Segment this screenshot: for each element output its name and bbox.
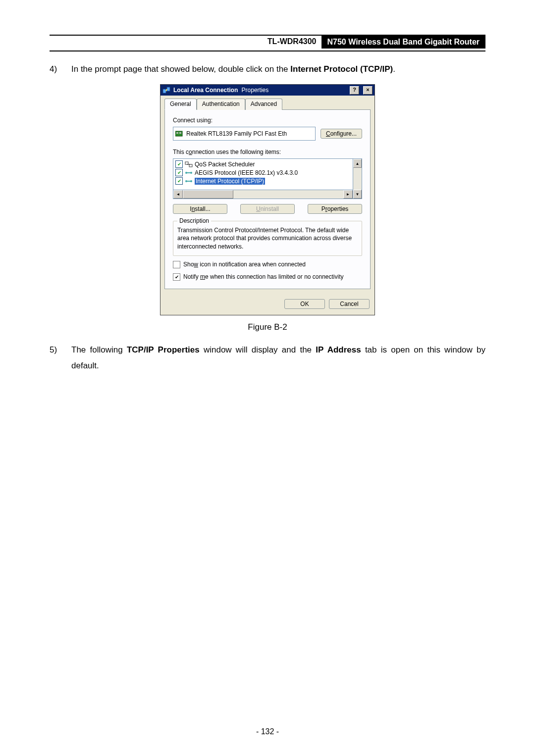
properties-button[interactable]: Properties	[308, 204, 362, 214]
nic-icon	[175, 130, 183, 137]
step-4-text: In the prompt page that showed below, do…	[71, 61, 485, 77]
svg-point-8	[190, 172, 192, 174]
step-5-bold-1: TCP/IP Properties	[127, 345, 200, 354]
step-5-text: The following TCP/IP Properties window w…	[71, 342, 485, 374]
connection-icon	[162, 86, 170, 94]
connect-using-label: Connect using:	[173, 117, 362, 124]
step-5-number: 5)	[50, 342, 71, 374]
titlebar-title: Local Area Connection Properties	[173, 87, 346, 94]
step-4-post: .	[393, 64, 395, 74]
figure-caption: Figure B-2	[50, 322, 485, 332]
scroll-right-icon[interactable]: ►	[343, 190, 353, 199]
step-5: 5) The following TCP/IP Properties windo…	[50, 342, 485, 374]
step-4-pre: In the prompt page that showed below, do…	[71, 64, 290, 74]
header-rule-bottom	[50, 50, 485, 51]
svg-rect-6	[189, 164, 192, 167]
svg-rect-3	[176, 132, 178, 134]
item-button-row: Install... Uninstall Properties	[173, 204, 362, 214]
help-button[interactable]: ?	[350, 86, 359, 95]
checkbox-show-icon[interactable]	[173, 261, 180, 268]
checkbox-qos[interactable]: ✔	[175, 160, 183, 168]
item-qos[interactable]: ✔ QoS Packet Scheduler	[174, 160, 352, 168]
show-icon-label: Show icon in notification area when conn…	[183, 261, 306, 268]
uses-items-label: This connection uses the following items…	[173, 149, 362, 155]
uninstall-button: Uninstall	[240, 204, 295, 214]
adapter-field[interactable]: Realtek RTL8139 Family PCI Fast Eth	[173, 127, 316, 141]
item-qos-label: QoS Packet Scheduler	[195, 161, 255, 168]
tab-advanced[interactable]: Advanced	[245, 99, 282, 110]
qos-icon	[185, 161, 193, 167]
v-scroll-track[interactable]	[353, 168, 362, 190]
item-aegis[interactable]: ✔ AEGIS Protocol (IEEE 802.1x) v3.4.3.0	[174, 168, 352, 177]
step-5-pre: The following	[71, 345, 127, 354]
h-scroll-track[interactable]	[183, 190, 343, 199]
scroll-left-icon[interactable]: ◄	[173, 190, 183, 199]
page-number: - 132 -	[0, 727, 535, 736]
svg-point-10	[190, 180, 192, 182]
item-aegis-label: AEGIS Protocol (IEEE 802.1x) v3.4.3.0	[195, 169, 298, 176]
header-bar: TL-WDR4300 N750 Wireless Dual Band Gigab…	[50, 36, 485, 49]
description-group: Description Transmission Control Protoco…	[173, 221, 362, 256]
items-area: ✔ QoS Packet Scheduler ✔	[173, 158, 362, 199]
header-model: TL-WDR4300	[263, 36, 321, 49]
ok-button[interactable]: OK	[284, 299, 325, 309]
dialog-wrap: Local Area Connection Properties ? × Gen…	[50, 84, 485, 315]
checkbox-notify[interactable]: ✔	[173, 273, 180, 281]
properties-dialog: Local Area Connection Properties ? × Gen…	[160, 84, 375, 315]
checkbox-aegis[interactable]: ✔	[175, 169, 183, 176]
titlebar[interactable]: Local Area Connection Properties ? ×	[160, 85, 374, 96]
cancel-button[interactable]: Cancel	[329, 299, 370, 309]
svg-rect-0	[163, 89, 166, 93]
step-4: 4) In the prompt page that showed below,…	[50, 61, 485, 77]
titlebar-title-2: Properties	[242, 87, 269, 94]
install-button[interactable]: Install...	[173, 204, 227, 214]
scroll-down-icon[interactable]: ▼	[353, 190, 362, 199]
configure-button[interactable]: Configure...	[321, 129, 362, 139]
protocol-icon	[185, 170, 193, 176]
description-text: Transmission Control Protocol/Internet P…	[177, 226, 358, 251]
item-tcpip[interactable]: ✔ Internet Protocol (TCP/IP)	[174, 177, 352, 185]
configure-label: onfigure...	[330, 130, 357, 137]
notify-label: Notify me when this connection has limit…	[183, 273, 344, 280]
svg-rect-5	[185, 162, 188, 164]
svg-rect-4	[179, 132, 181, 134]
svg-point-9	[185, 180, 187, 182]
show-icon-row[interactable]: Show icon in notification area when conn…	[173, 261, 362, 268]
checkbox-tcpip[interactable]: ✔	[175, 177, 183, 185]
tab-panel-general: Connect using: Realtek RTL8139 Family PC…	[164, 109, 371, 289]
dialog-inner: General Authentication Advanced Connect …	[160, 96, 374, 294]
step-4-bold: Internet Protocol (TCP/IP)	[290, 64, 393, 74]
dialog-footer: OK Cancel	[160, 294, 374, 315]
svg-rect-1	[167, 87, 170, 91]
step-5-bold-2: IP Address	[316, 345, 361, 354]
close-button[interactable]: ×	[363, 86, 373, 95]
adapter-name: Realtek RTL8139 Family PCI Fast Eth	[186, 130, 287, 137]
description-title: Description	[177, 217, 211, 224]
step-4-number: 4)	[50, 61, 71, 77]
tab-general[interactable]: General	[164, 99, 197, 110]
tab-authentication[interactable]: Authentication	[197, 99, 245, 110]
tabs: General Authentication Advanced	[164, 99, 371, 110]
h-scrollbar[interactable]: ◄ ►	[173, 190, 353, 199]
adapter-row: Realtek RTL8139 Family PCI Fast Eth Conf…	[173, 127, 362, 141]
notify-row[interactable]: ✔ Notify me when this connection has lim…	[173, 273, 362, 281]
v-scrollbar[interactable]: ▲ ▼	[353, 158, 362, 199]
svg-point-7	[185, 172, 187, 174]
h-scroll-thumb[interactable]	[183, 190, 233, 199]
page: TL-WDR4300 N750 Wireless Dual Band Gigab…	[0, 0, 535, 756]
step-5-mid: window will display and the	[200, 345, 316, 354]
items-listbox[interactable]: ✔ QoS Packet Scheduler ✔	[173, 158, 353, 190]
item-tcpip-label: Internet Protocol (TCP/IP)	[195, 178, 265, 185]
header-title: N750 Wireless Dual Band Gigabit Router	[321, 36, 485, 49]
scroll-up-icon[interactable]: ▲	[353, 159, 362, 168]
protocol-icon-2	[185, 178, 193, 184]
titlebar-title-1: Local Area Connection	[173, 87, 238, 94]
